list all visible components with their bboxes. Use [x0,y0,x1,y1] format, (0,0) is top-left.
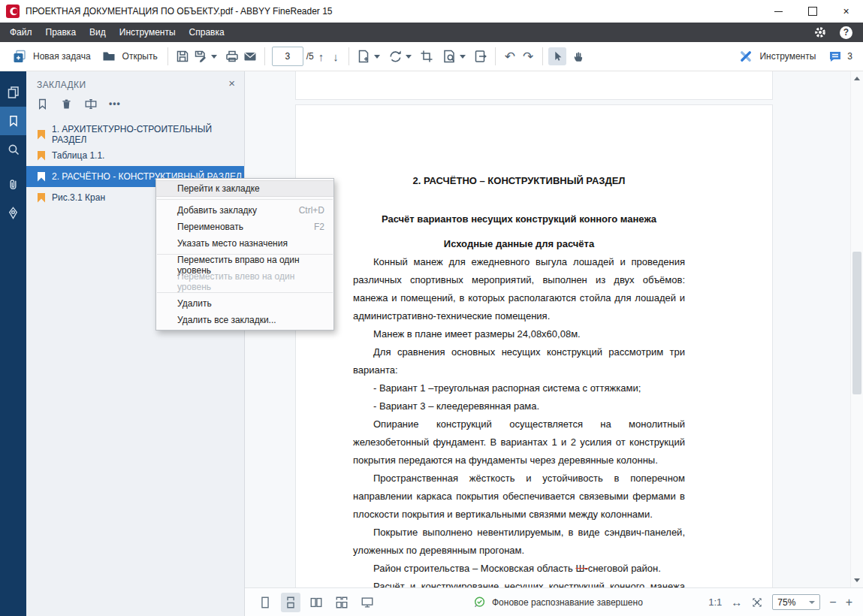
zoom-in-button[interactable]: + [846,596,852,609]
save-button[interactable] [174,47,192,65]
tools-label: Инструменты [759,51,816,62]
doc-paragraph: Опирание конструкций осуществляется на м… [353,415,685,470]
vertical-scrollbar[interactable] [850,71,863,587]
scroll-up-icon[interactable] [854,77,860,80]
save-as-button[interactable] [192,47,210,65]
delete-bookmark-icon[interactable] [60,98,73,110]
doc-paragraph: Манеж в плане имеет размеры 24,08х60,08м… [353,325,685,343]
fullscreen-view-button[interactable] [358,593,377,612]
rotate-button[interactable] [386,47,404,65]
two-page-view-button[interactable] [306,593,326,612]
document-view[interactable]: 2. РАСЧЁТНО – КОНСТРУКТИВНЫЙ РАЗДЕЛ Расч… [245,71,863,587]
bookmark-item[interactable]: Таблица 1.1. [26,145,244,166]
page-number-input[interactable] [272,47,303,66]
open-button[interactable]: Открыть [95,44,162,68]
continuous-view-button[interactable] [281,593,300,612]
previous-page-bottom [295,71,773,100]
menu-item-set-destination[interactable]: Указать место назначения [156,235,333,252]
menu-item-label: Добавить закладку [177,205,257,216]
single-page-view-button[interactable] [255,593,275,612]
fit-width-button[interactable]: ↔ [731,596,742,608]
recognition-status-text: Фоновое распознавание завершено [492,597,643,608]
email-button[interactable] [241,47,259,65]
menu-edit[interactable]: Правка [39,23,83,42]
page-text: 2. РАСЧЁТНО – КОНСТРУКТИВНЫЙ РАЗДЕЛ Расч… [353,172,685,587]
menu-view[interactable]: Вид [83,23,113,42]
pages-panel-button[interactable] [0,78,26,107]
toolbar-separator [167,47,168,65]
zoom-level-select[interactable]: 75% [772,594,820,610]
recognize-button[interactable] [440,47,458,65]
comments-icon [826,47,844,65]
bookmark-icon [38,172,45,182]
menu-item-add-bookmark[interactable]: Добавить закладку Ctrl+D [156,202,333,219]
recognize-dropdown-caret[interactable] [460,55,466,59]
menu-item-delete-all[interactable]: Удалить все закладки... [156,312,333,328]
open-folder-icon [100,47,118,65]
menu-item-label: Перейти к закладке [177,183,260,194]
menu-separator [157,292,333,293]
menu-item-rename[interactable]: Переименовать F2 [156,219,333,235]
bookmarks-panel-button[interactable] [0,107,26,135]
menu-item-label: Удалить все закладки... [177,315,276,325]
actual-size-button[interactable]: 1:1 [708,596,722,608]
bookmark-icon [38,130,45,140]
menu-help[interactable]: Справка [183,23,231,42]
new-task-button[interactable]: Новая задача [6,44,95,68]
undo-button[interactable]: ↶ [501,49,519,65]
add-bookmark-icon[interactable] [36,98,49,110]
save-as-dropdown-caret[interactable] [211,55,217,59]
print-button[interactable] [223,47,241,65]
minimize-button[interactable] [762,0,795,23]
help-icon[interactable]: ? [840,26,852,39]
doc-paragraph: Для сравнения основных несущих конструкц… [353,343,685,379]
close-button[interactable]: × [829,0,863,23]
settings-gear-icon[interactable] [813,25,828,40]
menu-item-delete[interactable]: Удалить [156,295,333,312]
bookmark-context-menu: Перейти к закладке Добавить закладку Ctr… [155,178,334,331]
hand-tool-button[interactable] [569,47,587,65]
status-bar: Фоновое распознавание завершено 1:1 ↔ 75… [245,587,863,616]
menu-item-goto-bookmark[interactable]: Перейти к закладке [156,180,333,197]
bookmarks-panel-title: ЗАКЛАДКИ [37,80,86,90]
next-page-button[interactable]: ↓ [328,50,343,63]
panel-close-icon[interactable]: × [228,77,235,89]
new-task-icon [11,47,29,65]
region-text-after: снеговой район. [588,563,661,574]
menubar-right: ? [813,25,863,40]
menu-file[interactable]: Файл [3,23,39,42]
select-tool-button[interactable] [548,47,566,65]
doc-paragraph-region: Район строительства – Московская область… [353,560,685,578]
rename-bookmark-icon[interactable] [84,97,98,110]
bookmark-icon [38,193,45,203]
scrollbar-thumb[interactable] [852,252,861,394]
toolbar-separator [495,47,496,65]
doc-paragraph: Покрытие выполнено невентилируемым, в ви… [353,524,685,560]
two-page-continuous-view-button[interactable] [332,593,352,612]
add-pages-dropdown-caret[interactable] [374,55,380,59]
crop-button[interactable] [418,47,436,65]
comments-button[interactable]: 3 [826,47,852,65]
export-button[interactable] [472,47,490,65]
rotate-dropdown-caret[interactable] [406,55,412,59]
add-pages-button[interactable] [355,47,373,65]
navigation-rail [0,71,26,616]
menu-tools[interactable]: Инструменты [113,23,183,42]
zoom-caret-icon [809,601,815,604]
fit-page-button[interactable] [751,596,763,608]
maximize-button[interactable] [795,0,829,23]
search-panel-button[interactable] [0,135,26,164]
signature-panel-button[interactable] [0,198,26,227]
comments-count: 3 [847,51,852,62]
attachments-panel-button[interactable] [0,170,26,198]
bookmark-item[interactable]: 1. АРХИТЕКТУРНО-СТРОИТЕЛЬНЫЙ РАЗДЕЛ [26,124,244,145]
tools-icon [737,47,755,65]
redo-button[interactable]: ↷ [519,49,537,65]
more-options-icon[interactable]: ••• [109,98,121,109]
main-toolbar: Новая задача Открыть /5 ↑ ↓ ↶ ↷ [0,42,863,71]
zoom-out-button[interactable]: − [829,596,836,609]
previous-page-button[interactable]: ↑ [314,50,329,63]
scroll-down-icon[interactable] [854,578,860,582]
bookmarks-panel: ЗАКЛАДКИ × ••• 1. АРХИТЕКТУРНО-СТРОИТЕЛЬ… [26,71,245,616]
tools-panel-button[interactable]: Инструменты [732,44,820,68]
